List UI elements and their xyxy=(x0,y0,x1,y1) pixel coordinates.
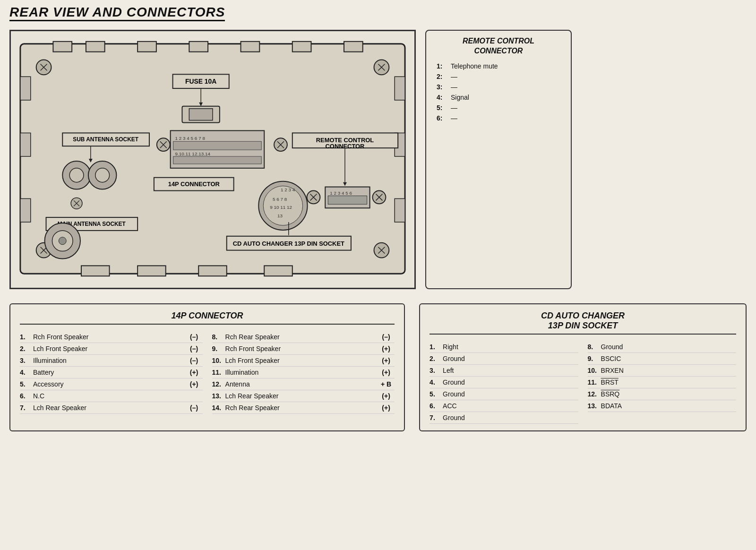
cd-changer-grid: 1.Right2.Ground3.Left4.Ground5.Ground6.A… xyxy=(430,341,736,424)
svg-rect-1 xyxy=(53,42,72,52)
svg-point-54 xyxy=(69,168,84,182)
connector-row: 11.Illumination(+) xyxy=(212,367,395,378)
svg-rect-72 xyxy=(328,196,367,204)
changer-row: 7.Ground xyxy=(430,412,578,424)
svg-text:CD AUTO CHANGER 13P DIN SOCKET: CD AUTO CHANGER 13P DIN SOCKET xyxy=(233,240,344,247)
svg-rect-4 xyxy=(189,42,208,52)
svg-point-56 xyxy=(95,168,110,182)
changer-row: 13.BDATA xyxy=(588,400,736,412)
connector-row: 10.Lch Front Speaker(+) xyxy=(212,355,395,367)
connector-row: 6.N.C xyxy=(20,390,203,402)
svg-rect-13 xyxy=(20,133,31,156)
svg-rect-15 xyxy=(395,77,405,100)
connector-14p-title: 14P CONNECTOR xyxy=(20,311,395,325)
svg-rect-40 xyxy=(173,156,262,164)
connector-row: 8.Rch Rear Speaker(–) xyxy=(212,331,395,343)
svg-text:1 2 3 4: 1 2 3 4 xyxy=(281,188,295,193)
remote-legend-table: 1:Telephone mute2:—3:—4:Signal5:—6:— xyxy=(435,61,562,123)
svg-rect-17 xyxy=(395,198,405,222)
cd-changer-title: CD AUTO CHANGER13P DIN SOCKET xyxy=(430,311,736,335)
svg-rect-14 xyxy=(20,198,31,222)
connector-14p-grid: 1.Rch Front Speaker(–)2.Lch Front Speake… xyxy=(20,331,395,414)
svg-rect-38 xyxy=(173,141,262,150)
svg-text:SUB ANTENNA SOCKET: SUB ANTENNA SOCKET xyxy=(73,136,138,143)
svg-rect-7 xyxy=(344,42,363,52)
remote-legend-box: REMOTE CONTROLCONNECTOR 1:Telephone mute… xyxy=(425,30,572,289)
svg-text:9.10.11   12.13.14: 9.10.11 12.13.14 xyxy=(175,151,211,156)
unit-diagram: FUSE 10A 1 2 3 4 5 6 7 8 9.10.11 12.13.1… xyxy=(9,30,416,289)
page-title: REAR VIEW AND CONNECTORS xyxy=(9,5,225,21)
svg-text:1 2 3 4 5 6: 1 2 3 4 5 6 xyxy=(330,190,352,196)
svg-rect-9 xyxy=(137,266,166,276)
changer-row: 8.Ground xyxy=(588,341,736,353)
remote-legend-item: 3:— xyxy=(435,82,562,92)
svg-text:14P CONNECTOR: 14P CONNECTOR xyxy=(168,180,220,188)
remote-legend-item: 5:— xyxy=(435,103,562,113)
connector-row: 12.Antenna+ B xyxy=(212,378,395,390)
changer-row: 6.ACC xyxy=(430,400,578,412)
svg-text:FUSE 10A: FUSE 10A xyxy=(185,77,216,85)
connector-row: 13.Lch Rear Speaker(+) xyxy=(212,390,395,402)
remote-legend-item: 6:— xyxy=(435,113,562,123)
cd-changer-box: CD AUTO CHANGER13P DIN SOCKET 1.Right2.G… xyxy=(419,303,747,431)
connector-row: 4.Battery(+) xyxy=(20,367,203,378)
svg-text:9 10 11 12: 9 10 11 12 xyxy=(270,205,292,210)
svg-text:5 6 7 8: 5 6 7 8 xyxy=(273,197,287,202)
changer-row: 10.BRXEN xyxy=(588,365,736,377)
svg-rect-3 xyxy=(137,42,156,52)
svg-rect-12 xyxy=(20,77,31,100)
changer-row: 2.Ground xyxy=(430,353,578,365)
connector-row: 7.Lch Rear Speaker(–) xyxy=(20,402,203,414)
svg-rect-35 xyxy=(189,109,213,120)
changer-row: 4.Ground xyxy=(430,377,578,388)
changer-row: 11.BRST xyxy=(588,377,736,388)
changer-row: 12.BSRQ xyxy=(588,388,736,400)
connector-row: 3.Illumination(–) xyxy=(20,355,203,367)
remote-legend-title: REMOTE CONTROLCONNECTOR xyxy=(435,36,562,56)
connector-row: 14.Rch Rear Speaker(+) xyxy=(212,402,395,414)
svg-text:1 2 3 4  5 6 7 8: 1 2 3 4 5 6 7 8 xyxy=(175,136,206,141)
changer-row: 1.Right xyxy=(430,341,578,353)
svg-rect-11 xyxy=(264,266,292,276)
changer-row: 9.BSCIC xyxy=(588,353,736,365)
svg-rect-6 xyxy=(292,42,311,52)
connector-row: 9.Rch Front Speaker(+) xyxy=(212,343,395,355)
changer-row: 3.Left xyxy=(430,365,578,377)
changer-row: 5.Ground xyxy=(430,388,578,400)
remote-legend-item: 4:Signal xyxy=(435,92,562,103)
connector-row: 2.Lch Front Speaker(–) xyxy=(20,343,203,355)
remote-legend-item: 1:Telephone mute xyxy=(435,61,562,71)
svg-rect-2 xyxy=(86,42,105,52)
svg-rect-8 xyxy=(81,266,110,276)
svg-rect-10 xyxy=(198,266,227,276)
connector-14p-box: 14P CONNECTOR 1.Rch Front Speaker(–)2.Lc… xyxy=(9,303,405,431)
svg-rect-5 xyxy=(241,42,260,52)
remote-legend-item: 2:— xyxy=(435,71,562,82)
svg-point-64 xyxy=(59,237,66,245)
svg-text:13: 13 xyxy=(277,213,283,218)
connector-row: 1.Rch Front Speaker(–) xyxy=(20,331,203,343)
connector-row: 5.Accessory(+) xyxy=(20,378,203,390)
